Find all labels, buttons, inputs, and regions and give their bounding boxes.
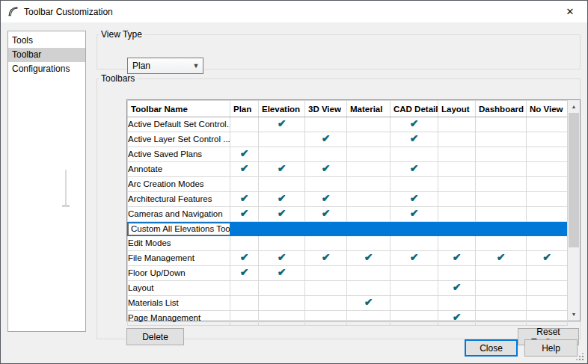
check-cell[interactable] xyxy=(347,236,391,251)
check-cell[interactable] xyxy=(476,132,527,147)
check-cell[interactable] xyxy=(438,207,476,222)
row-name-cell[interactable]: Arc Creation Modes xyxy=(128,177,230,192)
check-cell[interactable] xyxy=(391,236,438,251)
vertical-scrollbar[interactable]: ▲ ▼ xyxy=(567,100,580,321)
check-cell[interactable] xyxy=(476,117,527,132)
check-cell[interactable] xyxy=(230,281,259,296)
check-cell[interactable] xyxy=(347,162,391,177)
check-cell[interactable] xyxy=(347,177,391,192)
check-cell[interactable] xyxy=(476,147,527,162)
check-cell[interactable] xyxy=(259,147,305,162)
row-name-cell[interactable]: Active Saved Plans xyxy=(128,147,230,162)
row-name-cell[interactable]: File Management xyxy=(128,251,230,266)
check-cell[interactable] xyxy=(527,162,568,177)
sidebar-item-configurations[interactable]: Configurations xyxy=(8,62,85,76)
check-cell[interactable]: ✔ xyxy=(230,251,259,266)
check-cell[interactable] xyxy=(527,222,568,236)
check-cell[interactable]: ✔ xyxy=(305,192,347,207)
check-cell[interactable] xyxy=(391,266,438,281)
check-cell[interactable]: ✔ xyxy=(438,281,476,296)
check-cell[interactable]: ✔ xyxy=(305,132,347,147)
check-cell[interactable]: ✔ xyxy=(230,147,259,162)
check-cell[interactable] xyxy=(527,117,568,132)
check-cell[interactable] xyxy=(438,222,476,236)
row-name-cell[interactable]: Cameras and Navigation xyxy=(128,207,230,222)
row-name-cell[interactable]: Custom All Elevations Toolbar xyxy=(128,222,230,236)
check-cell[interactable]: ✔ xyxy=(391,117,438,132)
check-cell[interactable]: ✔ xyxy=(259,266,305,281)
scroll-up-button[interactable]: ▲ xyxy=(568,100,580,113)
row-name-cell[interactable]: Materials List xyxy=(128,296,230,311)
check-cell[interactable] xyxy=(527,147,568,162)
check-cell[interactable] xyxy=(527,296,568,311)
delete-button[interactable]: Delete xyxy=(126,328,184,345)
check-cell[interactable] xyxy=(230,117,259,132)
splitter-handle[interactable] xyxy=(65,170,67,206)
row-name-cell[interactable]: Layout xyxy=(128,281,230,296)
help-button[interactable]: Help xyxy=(524,339,578,357)
check-cell[interactable] xyxy=(527,311,568,326)
check-cell[interactable]: ✔ xyxy=(259,117,305,132)
check-cell[interactable] xyxy=(305,236,347,251)
check-cell[interactable]: ✔ xyxy=(391,162,438,177)
check-cell[interactable] xyxy=(305,117,347,132)
check-cell[interactable] xyxy=(476,162,527,177)
scrollbar-thumb[interactable] xyxy=(569,113,579,247)
check-cell[interactable] xyxy=(438,147,476,162)
check-cell[interactable] xyxy=(476,266,527,281)
check-cell[interactable] xyxy=(347,192,391,207)
check-cell[interactable] xyxy=(230,222,259,236)
check-cell[interactable]: ✔ xyxy=(438,311,476,326)
check-cell[interactable] xyxy=(391,177,438,192)
check-cell[interactable] xyxy=(347,207,391,222)
row-name-cell[interactable]: Active Layer Set Control ... xyxy=(128,132,230,147)
check-cell[interactable] xyxy=(527,192,568,207)
check-cell[interactable]: ✔ xyxy=(391,192,438,207)
check-cell[interactable]: ✔ xyxy=(259,192,305,207)
check-cell[interactable] xyxy=(476,207,527,222)
check-cell[interactable] xyxy=(259,177,305,192)
check-cell[interactable] xyxy=(527,207,568,222)
check-cell[interactable]: ✔ xyxy=(391,251,438,266)
check-cell[interactable] xyxy=(230,132,259,147)
check-cell[interactable]: ✔ xyxy=(230,162,259,177)
check-cell[interactable] xyxy=(391,281,438,296)
check-cell[interactable]: ✔ xyxy=(259,251,305,266)
check-cell[interactable] xyxy=(230,177,259,192)
check-cell[interactable] xyxy=(230,296,259,311)
check-cell[interactable]: ✔ xyxy=(347,296,391,311)
close-button[interactable]: Close xyxy=(465,339,518,357)
check-cell[interactable] xyxy=(347,132,391,147)
check-cell[interactable]: ✔ xyxy=(347,251,391,266)
check-cell[interactable]: ✔ xyxy=(305,162,347,177)
check-cell[interactable] xyxy=(476,177,527,192)
check-cell[interactable] xyxy=(438,162,476,177)
check-cell[interactable]: ✔ xyxy=(391,207,438,222)
check-cell[interactable] xyxy=(305,147,347,162)
check-cell[interactable]: ✔ xyxy=(230,266,259,281)
titlebar-close-button[interactable]: ✕ xyxy=(553,1,587,22)
check-cell[interactable] xyxy=(347,222,391,236)
check-cell[interactable] xyxy=(476,296,527,311)
check-cell[interactable] xyxy=(259,222,305,236)
sidebar-item-toolbar[interactable]: Toolbar xyxy=(8,48,85,62)
check-cell[interactable] xyxy=(438,236,476,251)
row-name-cell[interactable]: Active Default Set Control... xyxy=(128,117,230,132)
check-cell[interactable]: ✔ xyxy=(305,251,347,266)
check-cell[interactable] xyxy=(438,177,476,192)
check-cell[interactable] xyxy=(391,222,438,236)
row-name-cell[interactable]: Architectural Features xyxy=(128,192,230,207)
check-cell[interactable]: ✔ xyxy=(476,251,527,266)
check-cell[interactable]: ✔ xyxy=(305,207,347,222)
check-cell[interactable] xyxy=(259,311,305,326)
check-cell[interactable] xyxy=(347,147,391,162)
check-cell[interactable] xyxy=(476,281,527,296)
check-cell[interactable] xyxy=(527,177,568,192)
check-cell[interactable] xyxy=(230,311,259,326)
check-cell[interactable] xyxy=(527,266,568,281)
check-cell[interactable] xyxy=(438,296,476,311)
check-cell[interactable] xyxy=(347,266,391,281)
check-cell[interactable]: ✔ xyxy=(230,192,259,207)
check-cell[interactable] xyxy=(305,281,347,296)
check-cell[interactable] xyxy=(476,192,527,207)
